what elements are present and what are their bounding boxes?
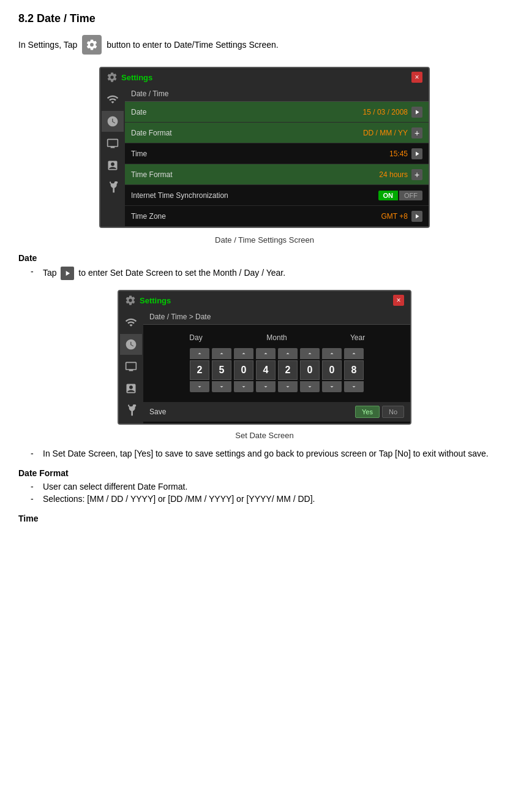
- s2-chart[interactable]: [120, 378, 142, 399]
- date-picker-drum: 2 5 0 4: [149, 348, 404, 392]
- time-format-value-group: 24 hours +: [379, 169, 422, 180]
- intro-text2: button to enter to Date/Time Settings Sc…: [107, 40, 278, 50]
- settings-icon-btn[interactable]: [82, 35, 102, 55]
- drum-cell-5: 0: [300, 348, 320, 392]
- screen1-caption: Date / Time Settings Screen: [18, 235, 511, 245]
- drum-cell-3: 4: [256, 348, 276, 392]
- drum-down-7[interactable]: [344, 381, 364, 392]
- screen2-close-btn[interactable]: ×: [393, 295, 404, 306]
- sidebar-clock[interactable]: [102, 111, 124, 132]
- s2-clock[interactable]: [120, 334, 142, 355]
- settings-screen: Settings ×: [99, 67, 430, 228]
- intro-line: In Settings, Tap button to enter to Date…: [18, 35, 511, 55]
- yes-button[interactable]: Yes: [355, 406, 380, 418]
- drum-val-3: 4: [256, 360, 276, 380]
- sidebar-plug[interactable]: [102, 177, 124, 198]
- settings-row-date-format[interactable]: Date Format DD / MM / YY +: [125, 123, 429, 143]
- timezone-arrow-btn[interactable]: [411, 211, 422, 222]
- set-date-screen: Settings ×: [118, 290, 411, 425]
- monitor-icon: [107, 137, 119, 150]
- drum-up-4[interactable]: [278, 348, 298, 359]
- sidebar-wifi[interactable]: [102, 89, 124, 110]
- settings-row-time[interactable]: Time 15:45: [125, 143, 429, 164]
- date-picker-area: Day Month Year 2 5: [143, 325, 410, 402]
- sidebar-monitor[interactable]: [102, 133, 124, 154]
- date-format-bullet1: - User can select different Date Format.: [18, 482, 511, 491]
- drum-up-5[interactable]: [300, 348, 320, 359]
- screen2-gear-icon: [125, 295, 136, 306]
- drum-down-0[interactable]: [190, 381, 209, 392]
- drum-val-5: 0: [300, 360, 320, 380]
- settings-row-timezone[interactable]: Time Zone GMT +8: [125, 206, 429, 227]
- no-button[interactable]: No: [382, 406, 404, 418]
- col-month: Month: [258, 333, 295, 342]
- date-format-value: DD / MM / YY: [363, 129, 408, 137]
- save-label: Save: [149, 408, 166, 416]
- drum-val-7: 8: [344, 360, 364, 380]
- drum-cell-0: 2: [190, 348, 209, 392]
- arrow-right-icon2: [413, 150, 421, 157]
- drum-cell-2: 0: [234, 348, 253, 392]
- screen2-sidebar: [119, 309, 143, 423]
- chart-icon2: [125, 382, 137, 395]
- settings-row-date[interactable]: Date 15 / 03 / 2008: [125, 102, 429, 123]
- drum-cell-6: 0: [322, 348, 342, 392]
- date-format-section-title: Date Format: [18, 468, 511, 478]
- drum-up-6[interactable]: [322, 348, 342, 359]
- drum-val-2: 0: [234, 360, 253, 380]
- drum-down-1[interactable]: [212, 381, 231, 392]
- time-format-plus-btn[interactable]: +: [411, 169, 422, 180]
- settings-row-time-format[interactable]: Time Format 24 hours +: [125, 164, 429, 185]
- ntp-toggle[interactable]: ON OFF: [378, 191, 423, 200]
- col-day: Day: [178, 333, 214, 342]
- date-bullet1-text: Tap to enter Set Date Screen to set the …: [43, 267, 511, 280]
- screen2-header-left: Settings: [125, 295, 171, 306]
- time-arrow-btn[interactable]: [411, 148, 422, 159]
- drum-up-3[interactable]: [256, 348, 276, 359]
- date-format-text2: Selections: [MM / DD / YYYY] or [DD /MM …: [43, 494, 511, 504]
- toggle-on-btn[interactable]: ON: [378, 191, 399, 200]
- drum-down-5[interactable]: [300, 381, 320, 392]
- sidebar-chart[interactable]: [102, 155, 124, 176]
- screen-title: Settings: [121, 73, 152, 82]
- screen2-caption: Set Date Screen: [18, 431, 511, 440]
- date-arrow-btn[interactable]: [411, 107, 422, 118]
- s2-plug[interactable]: [120, 400, 142, 421]
- screen2-content: Date / Time > Date Day Month Year 2: [143, 309, 410, 423]
- s2-monitor[interactable]: [120, 356, 142, 377]
- drum-up-2[interactable]: [234, 348, 253, 359]
- screen-gear-icon: [107, 72, 118, 83]
- arrow-right-icon: [413, 108, 421, 116]
- page-title: 8.2 Date / Time: [18, 12, 511, 25]
- drum-down-3[interactable]: [256, 381, 276, 392]
- drum-down-4[interactable]: [278, 381, 298, 392]
- date-notes-bullet1: - In Set Date Screen, tap [Yes] to save …: [18, 449, 511, 458]
- drum-down-2[interactable]: [234, 381, 253, 392]
- col-year: Year: [339, 333, 376, 342]
- time-value: 15:45: [389, 150, 408, 158]
- drum-down-6[interactable]: [322, 381, 342, 392]
- close-button[interactable]: ×: [411, 72, 422, 83]
- toggle-off-btn[interactable]: OFF: [399, 191, 422, 200]
- date-format-value-group: DD / MM / YY +: [363, 127, 422, 138]
- drum-up-1[interactable]: [212, 348, 231, 359]
- drum-up-0[interactable]: [190, 348, 209, 359]
- screen2-breadcrumb: Date / Time > Date: [143, 309, 410, 325]
- date-notes-text: In Set Date Screen, tap [Yes] to save to…: [43, 449, 511, 458]
- drum-up-7[interactable]: [344, 348, 364, 359]
- s2-wifi[interactable]: [120, 312, 142, 333]
- settings-row-ntp[interactable]: Internet Time Synchronization ON OFF: [125, 185, 429, 206]
- ntp-label: Internet Time Synchronization: [131, 191, 228, 200]
- drum-val-6: 0: [322, 360, 342, 380]
- screen-header-left: Settings: [107, 72, 152, 83]
- arrow-right-icon3: [413, 213, 421, 220]
- date-format-plus-btn[interactable]: +: [411, 127, 422, 138]
- date-value-group: 15 / 03 / 2008: [363, 107, 422, 118]
- tap-arrow-icon[interactable]: [61, 267, 74, 280]
- drum-cell-4: 2: [278, 348, 298, 392]
- wifi-icon: [107, 93, 119, 105]
- save-row: Save Yes No: [143, 402, 410, 422]
- intro-text: In Settings, Tap: [18, 40, 77, 50]
- date-format-bullet2: - Selections: [MM / DD / YYYY] or [DD /M…: [18, 494, 511, 504]
- date-section-title: Date: [18, 253, 511, 263]
